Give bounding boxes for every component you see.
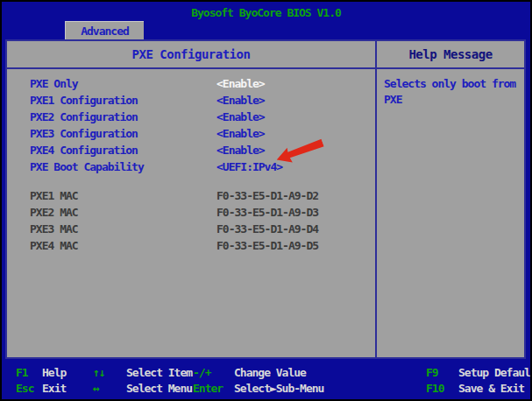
- hotkey-row-1: F1Help ↑↓Select Item -/+Change Value F9S…: [4, 365, 528, 381]
- option-row[interactable]: PXE Boot Capability <UEFI:IPv4>: [7, 160, 375, 177]
- option-value[interactable]: <Enable>: [216, 110, 265, 123]
- option-row[interactable]: PXE1 Configuration <Enable>: [7, 94, 375, 110]
- mac-label: PXE2 MAC: [30, 206, 78, 219]
- mac-row: PXE1 MAC F0-33-E5-D1-A9-D2: [7, 189, 375, 206]
- hotkey-label: Select Menu: [126, 382, 192, 395]
- hotkey-hint: F10Save & Exit: [426, 381, 524, 397]
- option-label: PXE4 Configuration: [30, 144, 138, 157]
- hotkey-key: Esc: [16, 381, 42, 397]
- hotkey-key: F9: [426, 365, 458, 381]
- hotkey-label: Select Item: [126, 366, 192, 379]
- mac-value: F0-33-E5-D1-A9-D3: [216, 206, 318, 219]
- option-value[interactable]: <UEFI:IPv4>: [216, 160, 282, 173]
- help-message: Selects only boot from PXE: [375, 69, 524, 357]
- mac-value: F0-33-E5-D1-A9-D2: [216, 189, 318, 202]
- bios-screen: Byosoft ByoCore BIOS V1.0 Advanced PXE C…: [0, 0, 532, 401]
- mac-label: PXE3 MAC: [30, 222, 78, 236]
- option-value[interactable]: <Enable>: [216, 127, 265, 140]
- hotkey-label: Setup Defaults: [458, 366, 532, 379]
- hotkey-key: F1: [16, 365, 42, 381]
- option-label: PXE1 Configuration: [30, 94, 138, 107]
- mac-value: F0-33-E5-D1-A9-D5: [216, 239, 318, 252]
- hotkey-key: ↑↓: [93, 365, 126, 381]
- hotkey-key: Enter: [193, 381, 234, 397]
- hotkey-key: -/+: [193, 365, 234, 381]
- hotkey-hint: ↑↓Select Item: [93, 365, 192, 381]
- bios-title: Byosoft ByoCore BIOS V1.0: [2, 6, 530, 19]
- mac-row: PXE3 MAC F0-33-E5-D1-A9-D4: [7, 222, 375, 239]
- hotkey-label: Change Value: [234, 366, 306, 379]
- options-list: PXE Only <Enable> PXE1 Configuration <En…: [7, 77, 375, 177]
- setup-panel: PXE Configuration Help Message PXE Only …: [5, 39, 526, 359]
- page-title: PXE Configuration: [7, 41, 375, 69]
- option-value[interactable]: <Enable>: [216, 144, 265, 157]
- hotkey-hint: F9Setup Defaults: [426, 365, 532, 381]
- tab-advanced[interactable]: Advanced: [65, 21, 144, 39]
- mac-value: F0-33-E5-D1-A9-D4: [216, 222, 318, 236]
- option-label: PXE Only: [30, 77, 78, 90]
- mac-row: PXE2 MAC F0-33-E5-D1-A9-D3: [7, 206, 375, 222]
- mac-label: PXE4 MAC: [30, 239, 78, 252]
- hotkey-key: ↔: [93, 381, 126, 397]
- mac-label: PXE1 MAC: [30, 189, 78, 202]
- hotkey-label: Exit: [42, 382, 66, 395]
- option-label: PXE3 Configuration: [30, 127, 138, 140]
- mac-row: PXE4 MAC F0-33-E5-D1-A9-D5: [7, 239, 375, 256]
- hotkey-label: Save & Exit: [458, 382, 524, 395]
- hotkey-row-2: EscExit ↔Select Menu EnterSelect►Sub-Men…: [4, 381, 528, 397]
- hotkey-hint: EscExit: [16, 381, 66, 397]
- hotkey-label: Select►Sub-Menu: [234, 382, 323, 395]
- option-value[interactable]: <Enable>: [216, 77, 265, 90]
- option-row[interactable]: PXE Only <Enable>: [7, 77, 375, 94]
- hotkey-hint: F1Help: [16, 365, 66, 381]
- option-value[interactable]: <Enable>: [216, 94, 265, 107]
- hotkey-hint: ↔Select Menu: [93, 381, 192, 397]
- hotkey-label: Help: [42, 366, 66, 379]
- options-area: PXE Only <Enable> PXE1 Configuration <En…: [7, 69, 375, 357]
- hotkey-key: F10: [426, 381, 458, 397]
- option-label: PXE2 Configuration: [30, 110, 138, 123]
- hotkey-hint: -/+Change Value: [193, 365, 306, 381]
- mac-address-list: PXE1 MAC F0-33-E5-D1-A9-D2 PXE2 MAC F0-3…: [7, 189, 375, 256]
- option-label: PXE Boot Capability: [30, 160, 144, 173]
- hotkey-statusbar: F1Help ↑↓Select Item -/+Change Value F9S…: [4, 363, 528, 397]
- help-panel-title: Help Message: [375, 41, 524, 69]
- option-row[interactable]: PXE2 Configuration <Enable>: [7, 110, 375, 127]
- hotkey-hint: EnterSelect►Sub-Menu: [193, 381, 323, 397]
